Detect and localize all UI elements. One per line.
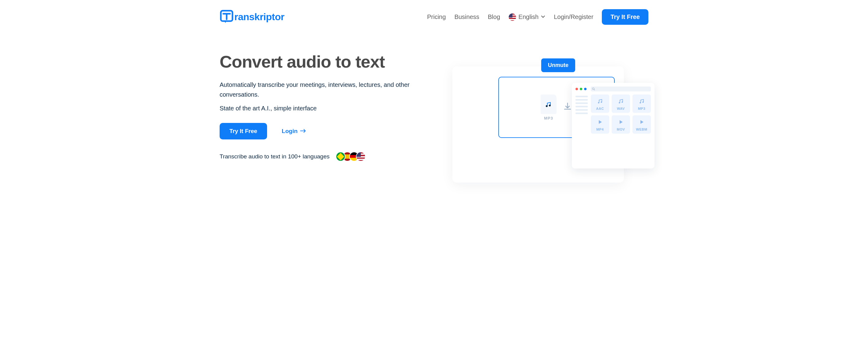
music-note-icon [617, 97, 625, 105]
svg-point-4 [598, 102, 599, 103]
file-tile-grid: AAC WAV MP3 MP4 [591, 95, 651, 134]
nav-pricing[interactable]: Pricing [427, 13, 446, 21]
nav: Pricing Business Blog English Login/Regi… [427, 9, 648, 25]
svg-point-5 [600, 102, 602, 103]
hero-subdescription: State of the art A.I., simple interface [220, 105, 425, 112]
svg-point-3 [592, 88, 594, 90]
nav-cta-button[interactable]: Try It Free [602, 9, 648, 25]
min-dot-icon [584, 88, 587, 90]
hero-login-label: Login [282, 128, 298, 135]
close-dot-icon [576, 88, 578, 90]
zoom-dot-icon [580, 88, 582, 90]
music-note-icon [638, 97, 646, 105]
language-label: English [519, 13, 539, 21]
panel-titlebar [576, 86, 651, 92]
file-tile: WEBM [632, 115, 651, 134]
file-tile-label: MP3 [634, 107, 650, 110]
play-icon [596, 118, 604, 126]
download-icon [563, 102, 572, 113]
arrow-right-icon [300, 128, 306, 135]
svg-point-6 [619, 102, 620, 103]
file-tile-label: WAV [613, 107, 629, 110]
flag-stack [336, 152, 366, 162]
flag-us-icon [509, 13, 516, 21]
play-icon [617, 118, 625, 126]
hero-cta-button[interactable]: Try It Free [220, 123, 267, 139]
file-tile-label: AAC [592, 107, 608, 110]
file-tile-label: MOV [613, 128, 629, 131]
panel-search-bar [591, 86, 651, 92]
play-icon [638, 118, 646, 126]
hero-description: Automatically transcribe your meetings, … [220, 80, 425, 99]
svg-point-8 [640, 102, 641, 103]
unmute-button[interactable]: Unmute [541, 59, 575, 72]
nav-login-register[interactable]: Login/Register [554, 13, 593, 21]
illustration-file-panel: AAC WAV MP3 MP4 [572, 83, 654, 169]
mp3-file-block: MP3 [540, 95, 557, 120]
header: ranskriptor Pricing Business Blog Englis… [220, 0, 648, 34]
file-tile: AAC [591, 95, 609, 113]
logo[interactable]: ranskriptor [220, 9, 284, 25]
file-tile: MP3 [632, 95, 651, 113]
file-tile: WAV [612, 95, 630, 113]
svg-point-2 [549, 105, 551, 106]
file-tile-label: MP4 [592, 128, 608, 131]
panel-body: AAC WAV MP3 MP4 [576, 95, 651, 134]
chevron-down-icon [541, 14, 545, 20]
language-selector[interactable]: English [509, 13, 546, 21]
hero: Convert audio to text Automatically tran… [220, 34, 648, 199]
file-tile-label: WEBM [634, 128, 650, 131]
language-support: Transcribe audio to text in 100+ languag… [220, 152, 425, 162]
svg-point-1 [546, 105, 548, 107]
language-support-text: Transcribe audio to text in 100+ languag… [220, 153, 330, 160]
hero-title: Convert audio to text [220, 52, 425, 71]
file-tile: MOV [612, 115, 630, 134]
svg-point-7 [621, 102, 623, 103]
file-icon [540, 95, 557, 114]
logo-icon [220, 9, 234, 25]
hero-login-link[interactable]: Login [282, 128, 306, 135]
hero-actions: Try It Free Login [220, 123, 425, 139]
nav-blog[interactable]: Blog [488, 13, 500, 21]
music-note-icon [596, 97, 604, 105]
hero-illustration: Unmute MP3 [443, 52, 648, 181]
logo-text: ranskriptor [234, 11, 284, 23]
panel-sidebar-lines [576, 95, 588, 134]
file-tile: MP4 [591, 115, 609, 134]
hero-content: Convert audio to text Automatically tran… [220, 52, 425, 162]
svg-point-9 [642, 102, 644, 103]
flag-us-icon [356, 152, 366, 162]
flag-br-icon [336, 152, 345, 162]
mp3-label: MP3 [540, 116, 557, 120]
nav-business[interactable]: Business [455, 13, 479, 21]
